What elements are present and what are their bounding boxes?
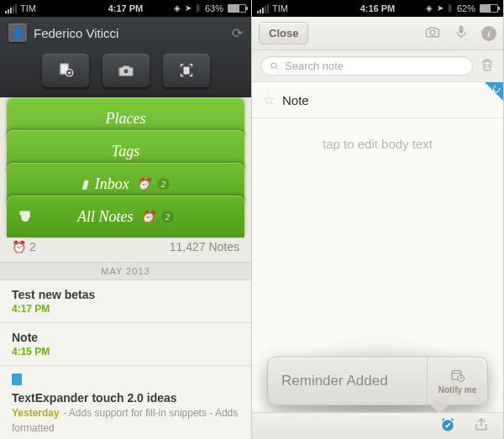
svg-point-6 [271,63,276,68]
date-divider: MAY 2013 [0,263,251,280]
search-placeholder: Search note [285,60,344,72]
signal-icon [257,4,269,13]
svg-rect-5 [459,25,464,33]
popover-area: Reminder Added Notify me [252,330,503,439]
list-item[interactable]: TextExpander touch 2.0 ideas Yesterday -… [0,366,251,439]
camera-icon[interactable] [424,24,441,44]
alarm-icon: ⏰ [12,240,26,253]
battery-pct: 63% [205,3,223,13]
clock: 4:16 PM [360,3,396,13]
all-reminder-badge: 2 [161,211,175,222]
notify-me-button[interactable]: Notify me [427,358,487,405]
bluetooth-icon: ᛒ [196,4,201,13]
clock: 4:17 PM [108,3,144,13]
avatar[interactable]: 👤 [8,24,27,42]
note-title: Test new betas [12,288,239,301]
note-title: Note [282,93,309,107]
reminder-count: 2 [29,240,36,253]
notebook-icon: ▮ [81,177,88,191]
location-icon: ➤ [185,4,192,13]
note-meta: 4:15 PM [12,346,239,358]
new-note-button[interactable] [42,54,89,87]
section-stack: Places Tags ▮ Inbox ⏰ 2 All Notes ⏰ 2 [0,97,251,232]
tab-all-notes[interactable]: All Notes ⏰ 2 [7,196,244,238]
note-bottom-bar [252,412,503,439]
close-button[interactable]: Close [259,22,308,44]
svg-point-4 [430,29,435,34]
notify-label: Notify me [438,385,477,395]
status-bar: TIM 4:16 PM ◈ ➤ ᛒ 62% [252,0,503,17]
star-icon[interactable]: ☆ [262,91,276,109]
camera-button[interactable] [102,54,150,87]
app-header: 👤 Federico Viticci ⟳ [0,17,251,97]
note-meta: 4:17 PM [12,303,239,315]
thumbnail-icon [12,374,22,385]
note-body-placeholder[interactable]: tap to edit body text [252,118,503,170]
note-toolbar: Close i [252,17,503,50]
compass-icon: ◈ [174,4,181,13]
note-title: Note [12,331,239,344]
note-header[interactable]: ☆ Note [252,82,503,118]
inbox-reminder-badge: 2 [157,178,171,190]
bluetooth-icon: ᛒ [448,4,453,13]
carrier-label: TIM [20,3,36,13]
note-meta: Yesterday [12,407,60,419]
microphone-icon[interactable] [453,24,470,44]
search-icon [270,61,280,71]
compass-icon: ◈ [426,4,433,13]
reminder-flag-icon[interactable] [485,82,503,101]
evernote-icon [17,208,34,225]
alarm-icon: ⏰ [136,177,150,191]
alarm-icon: ⏰ [140,210,155,224]
battery-icon [480,4,498,13]
list-item[interactable]: Note 4:15 PM [0,323,251,366]
screenshot-right: TIM 4:16 PM ◈ ➤ ᛒ 62% Close i Search not [252,0,504,439]
page-camera-button[interactable] [163,54,210,87]
status-bar: TIM 4:17 PM ◈ ➤ ᛒ 63% [0,0,251,17]
reminder-popover: Reminder Added Notify me [267,357,488,405]
svg-point-2 [123,69,128,74]
signal-icon [5,4,17,13]
calendar-clock-icon [449,368,466,383]
screenshot-left: TIM 4:17 PM ◈ ➤ ᛒ 63% 👤 Federico Viticci… [0,0,252,439]
share-icon[interactable] [473,416,490,436]
battery-pct: 62% [457,3,475,13]
trash-icon[interactable] [480,57,495,76]
svg-rect-3 [184,67,189,73]
popover-message: Reminder Added [268,358,427,405]
note-count: 11,427 Notes [170,240,239,253]
search-row: Search note [252,50,503,82]
reminder-alarm-button[interactable] [439,416,456,436]
location-icon: ➤ [437,4,444,13]
sync-icon[interactable]: ⟳ [232,25,243,41]
user-name[interactable]: Federico Viticci [34,26,118,40]
carrier-label: TIM [272,3,288,13]
battery-icon [228,4,246,13]
list-item[interactable]: Test new betas 4:17 PM [0,280,251,323]
note-title: TextExpander touch 2.0 ideas [12,391,239,405]
search-input[interactable]: Search note [260,56,473,76]
notes-list[interactable]: Test new betas 4:17 PM Note 4:15 PM Text… [0,280,251,439]
info-icon[interactable]: i [481,26,496,41]
